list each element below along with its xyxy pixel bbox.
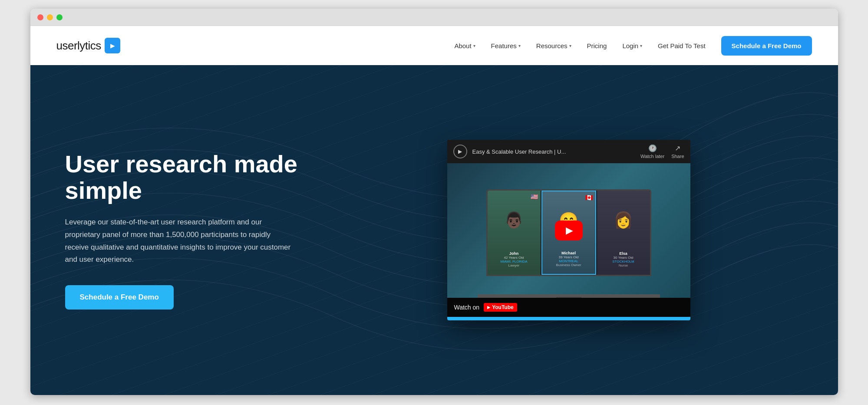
youtube-label: YouTube [492, 304, 514, 310]
chevron-down-icon: ▾ [640, 43, 642, 48]
browser-titlebar [30, 9, 838, 26]
chevron-down-icon: ▾ [473, 43, 475, 48]
hero-content: User research made simple Leverage our s… [65, 151, 308, 310]
participant-role-3: Nurse [600, 263, 647, 267]
share-button[interactable]: ↗ Share [671, 144, 684, 159]
participant-name-2: Michael [545, 251, 593, 255]
video-thumb-inner: 🇺🇸 👨🏿 John 42 Years Old MIAMI, FLORIDA L… [447, 163, 690, 298]
chevron-down-icon: ▾ [518, 43, 521, 48]
participant-info-3: Elsa 30 Years Old STOCKHOLM Nurse [597, 250, 650, 269]
hero-cta-button[interactable]: Schedule a Free Demo [65, 285, 174, 310]
hero-title: User research made simple [65, 151, 308, 204]
laptop-base [478, 294, 660, 298]
video-container: Easy & Scalable User Research | U... 🕐 W… [447, 140, 690, 320]
youtube-badge: YouTube [484, 303, 517, 312]
flag-icon-1: 🇺🇸 [531, 193, 538, 200]
watch-on-youtube-bar[interactable]: Watch on YouTube [447, 298, 690, 317]
watch-later-button[interactable]: 🕐 Watch later [640, 144, 664, 159]
schedule-demo-button[interactable]: Schedule a Free Demo [721, 36, 812, 56]
participant-info-2: Michael 39 Years Old MONTREAL Business O… [542, 249, 595, 269]
chevron-down-icon: ▾ [569, 43, 571, 48]
participant-loc-1: MIAMI, FLORIDA [490, 260, 538, 263]
share-icon: ↗ [675, 144, 680, 152]
nav-item-pricing[interactable]: Pricing [587, 42, 607, 49]
video-actions: 🕐 Watch later ↗ Share [640, 144, 684, 159]
watch-on-text: Watch on [454, 304, 480, 311]
nav-item-resources[interactable]: Resources ▾ [536, 42, 571, 49]
participant-avatar-3: 👩 [597, 191, 650, 250]
browser-window: userlytics About ▾ Features ▾ Resources … [30, 9, 838, 395]
nav-links: About ▾ Features ▾ Resources ▾ Pricing L… [454, 36, 812, 56]
video-accent-bar [447, 317, 690, 320]
hero-video-area: Easy & Scalable User Research | U... 🕐 W… [308, 140, 803, 320]
participant-loc-2: MONTREAL [545, 259, 593, 263]
participant-role-2: Business Owner [545, 263, 593, 267]
hero-description: Leverage our state-of-the-art user resea… [65, 216, 291, 267]
play-button[interactable] [555, 221, 583, 240]
logo-icon [105, 38, 120, 53]
laptop-mockup: 🇺🇸 👨🏿 John 42 Years Old MIAMI, FLORIDA L… [473, 189, 664, 298]
clock-icon: 🕐 [648, 144, 657, 152]
navbar: userlytics About ▾ Features ▾ Resources … [30, 26, 838, 65]
nav-item-about[interactable]: About ▾ [454, 42, 475, 49]
participant-info-1: John 42 Years Old MIAMI, FLORIDA Lawyer [488, 250, 541, 269]
participant-name-1: John [490, 251, 538, 256]
nav-item-get-paid[interactable]: Get Paid To Test [658, 42, 706, 49]
hero-section: User research made simple Leverage our s… [30, 65, 838, 395]
participant-age-1: 42 Years Old [490, 256, 538, 260]
video-topbar: Easy & Scalable User Research | U... 🕐 W… [447, 140, 690, 163]
participant-name-3: Elsa [600, 251, 647, 256]
participant-card-1: 🇺🇸 👨🏿 John 42 Years Old MIAMI, FLORIDA L… [488, 191, 541, 275]
nav-item-login[interactable]: Login ▾ [622, 42, 642, 49]
video-thumbnail[interactable]: 🇺🇸 👨🏿 John 42 Years Old MIAMI, FLORIDA L… [447, 163, 690, 298]
close-button[interactable] [37, 14, 43, 20]
youtube-logo-small [453, 145, 467, 158]
video-title: Easy & Scalable User Research | U... [472, 148, 635, 155]
participant-card-3: 👩 Elsa 30 Years Old STOCKHOLM Nurse [597, 191, 650, 275]
logo-text: userlytics [56, 39, 101, 53]
flag-icon-2: 🇨🇦 [585, 194, 593, 201]
nav-item-features[interactable]: Features ▾ [491, 42, 521, 49]
participant-age-2: 39 Years Old [545, 255, 593, 259]
maximize-button[interactable] [56, 14, 63, 20]
participant-loc-3: STOCKHOLM [600, 260, 647, 263]
minimize-button[interactable] [47, 14, 53, 20]
logo[interactable]: userlytics [56, 38, 120, 53]
participant-age-3: 30 Years Old [600, 256, 647, 260]
participant-role-1: Lawyer [490, 263, 538, 267]
